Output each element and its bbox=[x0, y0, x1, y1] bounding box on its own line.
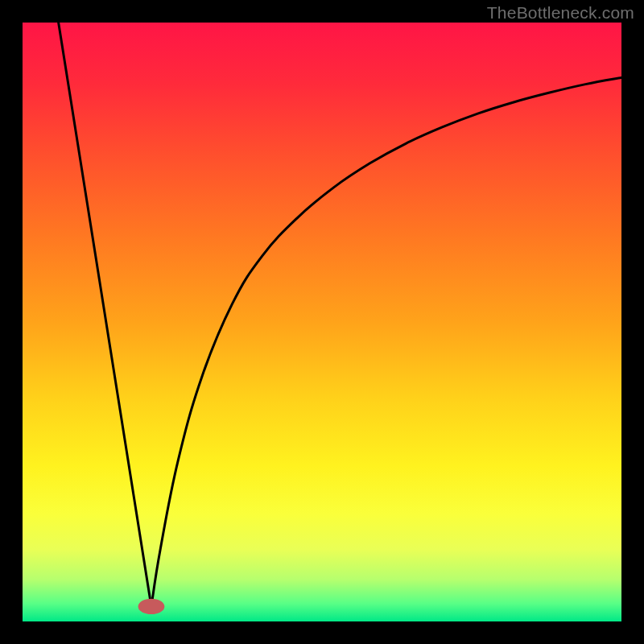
chart-panel bbox=[23, 23, 621, 621]
gradient-background bbox=[23, 23, 621, 621]
bottleneck-curve-chart bbox=[23, 23, 621, 621]
watermark-text: TheBottleneck.com bbox=[487, 3, 634, 23]
vertex-marker bbox=[138, 599, 165, 614]
